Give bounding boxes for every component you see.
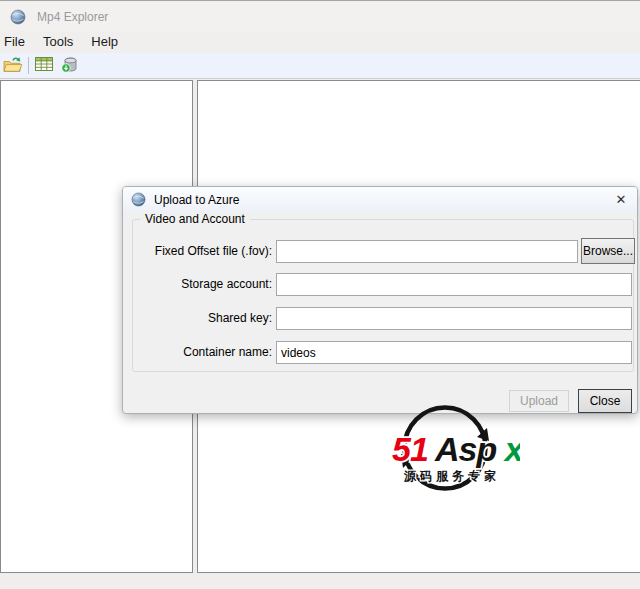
container-name-label: Container name: bbox=[133, 341, 272, 364]
menu-file[interactable]: File bbox=[0, 31, 34, 53]
upload-button[interactable]: Upload bbox=[509, 390, 569, 412]
menu-help[interactable]: Help bbox=[82, 31, 127, 53]
window-titlebar: Mp4 Explorer bbox=[0, 2, 640, 31]
metadata-grid-button[interactable] bbox=[31, 54, 57, 78]
shared-key-label: Shared key: bbox=[133, 307, 272, 330]
close-button[interactable]: Close bbox=[578, 389, 632, 413]
window-title: Mp4 Explorer bbox=[37, 10, 108, 24]
dialog-title: Upload to Azure bbox=[154, 193, 239, 207]
dialog-titlebar[interactable]: Upload to Azure ✕ bbox=[123, 187, 637, 212]
upload-to-azure-dialog: Upload to Azure ✕ Video and Account Fixe… bbox=[122, 186, 638, 414]
dialog-globe-icon bbox=[131, 192, 146, 207]
menu-bar: File Tools Help bbox=[0, 31, 640, 53]
app-window: Mp4 Explorer File Tools Help bbox=[0, 0, 640, 589]
upload-database-icon bbox=[61, 56, 79, 76]
toolbar bbox=[0, 53, 640, 79]
app-globe-icon bbox=[10, 9, 26, 25]
open-file-button[interactable] bbox=[0, 54, 26, 78]
fixed-offset-input[interactable] bbox=[276, 240, 578, 263]
dialog-close-icon[interactable]: ✕ bbox=[612, 190, 630, 208]
upload-to-azure-button[interactable] bbox=[57, 54, 83, 78]
container-name-input[interactable] bbox=[276, 341, 632, 364]
menu-tools[interactable]: Tools bbox=[34, 31, 82, 53]
video-account-groupbox: Video and Account Fixed Offset file (.fo… bbox=[132, 219, 634, 372]
storage-account-label: Storage account: bbox=[133, 273, 272, 296]
toolbar-separator bbox=[28, 57, 29, 74]
browse-button[interactable]: Browse... bbox=[581, 238, 635, 264]
groupbox-title: Video and Account bbox=[140, 212, 250, 226]
status-bar bbox=[0, 574, 640, 589]
metadata-grid-icon bbox=[35, 57, 53, 74]
storage-account-input[interactable] bbox=[276, 273, 632, 296]
fixed-offset-label: Fixed Offset file (.fov): bbox=[133, 240, 272, 263]
open-folder-icon bbox=[3, 56, 23, 76]
shared-key-input[interactable] bbox=[276, 307, 632, 330]
